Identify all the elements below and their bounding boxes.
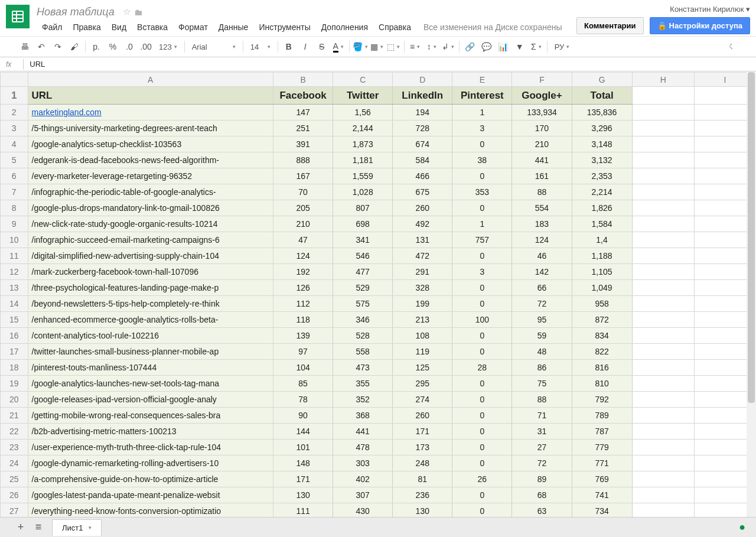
cell[interactable]: 3,148 [572,136,632,152]
cell[interactable]: 346 [333,312,393,328]
cell[interactable]: 0 [452,408,512,424]
row-header[interactable]: 16 [1,328,28,344]
cell[interactable]: 48 [512,344,572,360]
cell[interactable]: /twitter-launches-small-business-planner… [28,344,273,360]
cell[interactable]: 28 [452,360,512,376]
row-header[interactable]: 7 [1,184,28,200]
cell[interactable]: 75 [512,376,572,392]
doc-title[interactable]: Новая таблица [37,6,115,18]
row-header[interactable]: 4 [1,136,28,152]
col-header-C[interactable]: C [333,73,393,87]
cell[interactable]: 787 [572,424,632,440]
cell[interactable]: 194 [393,105,452,121]
cell[interactable]: 307 [333,487,393,503]
cell[interactable]: Google+ [512,87,572,105]
star-icon[interactable]: ☆ [123,6,131,17]
cell[interactable]: 124 [512,232,572,248]
undo-icon[interactable]: ↶ [33,39,50,54]
cell[interactable]: /new-click-rate-study-google-organic-res… [28,216,273,232]
cell[interactable]: 368 [333,408,393,424]
cell[interactable]: 477 [333,264,393,280]
menu-help[interactable]: Справка [373,22,416,32]
row-header[interactable]: 23 [1,440,28,455]
cell[interactable]: 119 [393,344,452,360]
cell[interactable]: 0 [452,376,512,392]
cell[interactable]: 792 [572,392,632,408]
cell[interactable] [632,455,694,471]
font-menu[interactable]: Arial▾ [187,39,240,54]
cell[interactable]: 59 [512,328,572,344]
cell[interactable]: /google-plus-drops-mandatory-link-to-gma… [28,200,273,216]
cell[interactable]: 236 [393,487,452,503]
cell[interactable]: 0 [452,344,512,360]
cell[interactable]: 27 [512,440,572,455]
cell[interactable] [632,264,694,280]
cell[interactable]: 402 [333,471,393,487]
cell[interactable]: 328 [393,280,452,296]
cell[interactable] [632,232,694,248]
cell[interactable]: 274 [393,392,452,408]
menu-insert[interactable]: Вставка [132,22,173,32]
cell[interactable]: 81 [393,471,452,487]
cell[interactable]: 101 [273,440,333,455]
cell[interactable]: 353 [452,184,512,200]
cell[interactable]: 213 [393,312,452,328]
row-header[interactable]: 24 [1,455,28,471]
cell[interactable]: marketingland.com [28,105,273,121]
cell[interactable]: 3,296 [572,121,632,136]
cell[interactable]: 112 [273,296,333,312]
percent-button[interactable]: % [105,39,121,54]
cell[interactable]: 291 [393,264,452,280]
cell[interactable]: 478 [333,440,393,455]
valign-button[interactable]: ↕▾ [423,39,440,54]
row-header[interactable]: 27 [1,503,28,518]
cell[interactable]: 872 [572,312,632,328]
cell[interactable]: 199 [393,296,452,312]
cell[interactable]: 89 [512,471,572,487]
row-header[interactable]: 12 [1,264,28,280]
cell[interactable]: 0 [452,503,512,518]
cell[interactable]: 68 [512,487,572,503]
dec-increase-button[interactable]: .00 [138,39,154,54]
cell[interactable]: LinkedIn [393,87,452,105]
cell[interactable]: 71 [512,408,572,424]
borders-button[interactable]: ▦▾ [369,39,385,54]
filter-icon[interactable]: ▼ [511,39,528,54]
cell[interactable]: 810 [572,376,632,392]
cell[interactable] [632,168,694,184]
cell[interactable]: 100 [452,312,512,328]
col-header-H[interactable]: H [632,73,694,87]
cell[interactable]: 0 [452,487,512,503]
cell[interactable]: 1,049 [572,280,632,296]
cell[interactable]: 205 [273,200,333,216]
strike-button[interactable]: S [314,39,330,54]
cell[interactable] [632,105,694,121]
cell[interactable] [632,487,694,503]
text-color-button[interactable]: A▾ [330,39,347,54]
cell[interactable]: 1,188 [572,248,632,264]
cell[interactable]: 104 [273,360,333,376]
row-header[interactable]: 3 [1,121,28,136]
cell[interactable]: /getting-mobile-wrong-real-consequences-… [28,408,273,424]
cell[interactable]: /mark-zuckerberg-facebook-town-hall-1070… [28,264,273,280]
cell[interactable]: 391 [273,136,333,152]
cell[interactable]: 472 [393,248,452,264]
cell[interactable]: 183 [512,216,572,232]
cell[interactable]: 1,584 [572,216,632,232]
cell[interactable]: 1,105 [572,264,632,280]
cell[interactable]: 85 [273,376,333,392]
cell[interactable]: 3,132 [572,152,632,168]
row-header[interactable]: 10 [1,232,28,248]
cell[interactable]: 210 [273,216,333,232]
col-header-D[interactable]: D [393,73,452,87]
cell[interactable]: /google-releases-ipad-version-official-g… [28,392,273,408]
row-header[interactable]: 11 [1,248,28,264]
folder-icon[interactable]: 🖿 [134,7,143,17]
cell[interactable]: 2,144 [333,121,393,136]
link-icon[interactable]: 🔗 [462,39,478,54]
menu-format[interactable]: Формат [173,22,213,32]
cell[interactable]: 757 [452,232,512,248]
cell[interactable]: 834 [572,328,632,344]
cell[interactable]: 1,028 [333,184,393,200]
row-header[interactable]: 13 [1,280,28,296]
